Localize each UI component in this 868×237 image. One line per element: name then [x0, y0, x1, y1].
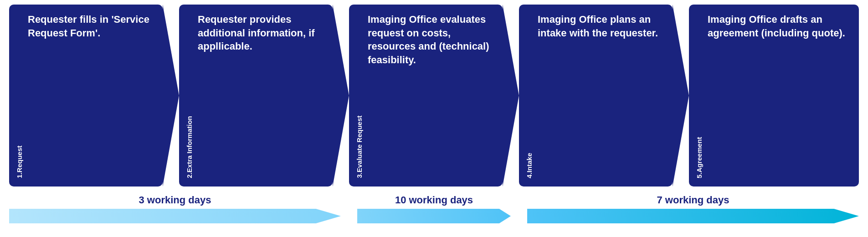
step-box-1: 1.Request Requester fills in 'Service Re…	[9, 5, 163, 187]
svg-marker-6	[527, 209, 859, 223]
step-text-5: Imaging Office drafts an agreement (incl…	[708, 13, 851, 40]
timeline-label-2: 10 working days	[395, 194, 473, 206]
timeline-label-1: 3 working days	[139, 194, 211, 206]
svg-marker-3	[673, 5, 689, 187]
svg-marker-1	[333, 5, 349, 187]
step-label-2: 2.Extra Information	[185, 116, 193, 178]
step-label-5: 5.Agreement	[695, 137, 703, 178]
step-box-5: 5.Agreement Imaging Office drafts an agr…	[689, 5, 859, 187]
step-box-3: 3.Evaluate Request Imaging Office evalua…	[349, 5, 503, 187]
timeline-arrow-2	[357, 209, 511, 223]
step-text-1: Requester fills in 'Service Request Form…	[28, 13, 154, 40]
steps-container: 1.Request Requester fills in 'Service Re…	[9, 5, 859, 187]
step-box-4: 4.Intake Imaging Office plans an intake …	[519, 5, 673, 187]
step-label-4: 4.Intake	[525, 153, 533, 178]
svg-marker-0	[163, 5, 179, 187]
step-text-4: Imaging Office plans an intake with the …	[538, 13, 664, 40]
step-text-3: Imaging Office evaluates request on cost…	[368, 13, 494, 67]
timeline-segment-2: 10 working days	[357, 194, 511, 223]
step-wrapper-2: 2.Extra Information Requester provides a…	[179, 5, 349, 187]
svg-marker-2	[503, 5, 519, 187]
step-wrapper-1: 1.Request Requester fills in 'Service Re…	[9, 5, 179, 187]
timeline-row: 3 working days 10 working days	[9, 193, 859, 225]
step-wrapper-4: 4.Intake Imaging Office plans an intake …	[519, 5, 689, 187]
timeline-segment-1: 3 working days	[9, 194, 341, 223]
arrow-connector-3	[503, 5, 519, 187]
step-label-3: 3.Evaluate Request	[355, 116, 363, 178]
step-text-2: Requester provides additional informatio…	[198, 13, 324, 53]
timeline-arrow-3	[527, 209, 859, 223]
timeline-segment-3: 7 working days	[527, 194, 859, 223]
arrow-connector-4	[673, 5, 689, 187]
arrow-connector-2	[333, 5, 349, 187]
timeline-arrow-1	[9, 209, 341, 223]
step-wrapper-5: 5.Agreement Imaging Office drafts an agr…	[689, 5, 859, 187]
step-wrapper-3: 3.Evaluate Request Imaging Office evalua…	[349, 5, 519, 187]
timeline-label-3: 7 working days	[657, 194, 729, 206]
step-box-2: 2.Extra Information Requester provides a…	[179, 5, 333, 187]
step-label-1: 1.Request	[15, 146, 23, 178]
arrow-connector-1	[163, 5, 179, 187]
svg-marker-4	[9, 209, 341, 223]
svg-marker-5	[357, 209, 511, 223]
